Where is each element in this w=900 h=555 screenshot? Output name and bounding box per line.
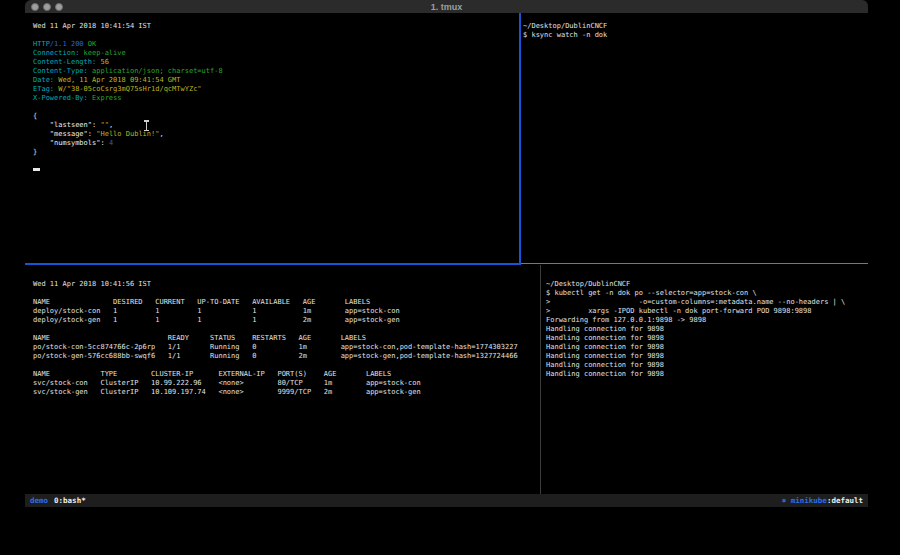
terminal-text-segment: Wed, 11 Apr 2018 09:41:54 GMT	[54, 76, 180, 84]
terminal-text-segment: application/json; charset=utf-8	[88, 67, 223, 75]
terminal-line	[33, 289, 518, 298]
tmux-panes-area: Wed 11 Apr 2018 10:41:54 IST HTTP/1.1 20…	[25, 13, 868, 494]
terminal-line: po/stock-gen-576cc688bb-swqf6 1/1 Runnin…	[33, 352, 518, 361]
terminal-text-segment: W/"38-05coCsrg3mQ75sHr1d/qcMTwYZc"	[54, 85, 202, 93]
terminal-text-segment: > xargs -IPOD kubectl -n dok port-forwar…	[546, 307, 812, 315]
terminal-text-segment: ,	[109, 121, 113, 129]
window-title: 1. tmux	[25, 1, 868, 13]
terminal-text-segment: /1.1 200	[50, 40, 88, 48]
terminal-text-segment: > -o=custom-columns=:metadata.name --no-…	[546, 298, 845, 306]
terminal-line: ~/Desktop/DublinCNCF	[546, 280, 845, 289]
terminal-text-segment: "message"	[33, 130, 88, 138]
terminal-text-segment: $ kubectl get -n dok po --selector=app=s…	[546, 289, 757, 297]
tmux-status-bar: demo 0:bash* ⎈ minikube:default	[25, 494, 868, 507]
pane-http-response[interactable]: Wed 11 Apr 2018 10:41:54 IST HTTP/1.1 20…	[33, 22, 223, 157]
terminal-window: 1. tmux Wed 11 Apr 2018 10:41:54 IST HTT…	[25, 0, 868, 507]
terminal-cursor	[33, 168, 40, 171]
terminal-line: NAME TYPE CLUSTER-IP EXTERNAL-IP PORT(S)…	[33, 370, 518, 379]
terminal-line: Wed 11 Apr 2018 10:41:56 IST	[33, 280, 518, 289]
pane-ksync-watch[interactable]: ~/Desktop/DublinCNCF$ ksync watch -n dok	[523, 22, 607, 40]
terminal-line: po/stock-con-5cc874766c-2p6rp 1/1 Runnin…	[33, 343, 518, 352]
terminal-line: NAME READY STATUS RESTARTS AGE LABELS	[33, 334, 518, 343]
terminal-line: Handling connection for 9898	[546, 334, 845, 343]
terminal-line: deploy/stock-con 1 1 1 1 1m app=stock-co…	[33, 307, 518, 316]
terminal-text-segment: ""	[100, 121, 108, 129]
terminal-text-segment: OK	[88, 40, 96, 48]
terminal-line: ~/Desktop/DublinCNCF	[523, 22, 607, 31]
terminal-text-segment: Wed 11 Apr 2018 10:41:54 IST	[33, 22, 151, 30]
tmux-status-right: ⎈ minikube:default	[782, 494, 863, 507]
terminal-line: Handling connection for 9898	[546, 370, 845, 379]
pane-divider-horizontal-left	[25, 263, 521, 265]
terminal-line: ETag: W/"38-05coCsrg3mQ75sHr1d/qcMTwYZc"	[33, 85, 223, 94]
terminal-text-segment: ,	[159, 130, 163, 138]
terminal-line: Date: Wed, 11 Apr 2018 09:41:54 GMT	[33, 76, 223, 85]
terminal-text-segment: Handling connection for 9898	[546, 334, 664, 342]
terminal-text-segment: Express	[88, 94, 122, 102]
terminal-line: Wed 11 Apr 2018 10:41:54 IST	[33, 22, 223, 31]
terminal-text-segment: ~/Desktop/DublinCNCF	[523, 22, 607, 30]
kube-context-name: minikube	[786, 496, 827, 505]
terminal-text-segment: deploy/stock-con 1 1 1 1 1m app=stock-co…	[33, 307, 400, 315]
terminal-text-segment: NAME TYPE CLUSTER-IP EXTERNAL-IP PORT(S)…	[33, 370, 391, 378]
terminal-text-segment: HTTP	[33, 40, 50, 48]
terminal-line	[33, 325, 518, 334]
terminal-text-segment: svc/stock-gen ClusterIP 10.109.197.74 <n…	[33, 388, 421, 396]
terminal-line: Handling connection for 9898	[546, 361, 845, 370]
terminal-text-segment: Handling connection for 9898	[546, 370, 664, 378]
pane-kubectl-get[interactable]: Wed 11 Apr 2018 10:41:56 IST NAME DESIRE…	[33, 280, 518, 397]
terminal-text-segment: {	[33, 112, 37, 120]
terminal-text-segment: Handling connection for 9898	[546, 352, 664, 360]
terminal-line: $ ksync watch -n dok	[523, 31, 607, 40]
terminal-line: > xargs -IPOD kubectl -n dok port-forwar…	[546, 307, 845, 316]
terminal-line: > -o=custom-columns=:metadata.name --no-…	[546, 298, 845, 307]
terminal-text-segment: po/stock-gen-576cc688bb-swqf6 1/1 Runnin…	[33, 352, 518, 360]
desktop: { "window": { "title": "1. tmux" }, "col…	[0, 0, 900, 555]
terminal-line: Forwarding from 127.0.0.1:9898 -> 9898	[546, 316, 845, 325]
terminal-line: NAME DESIRED CURRENT UP-TO-DATE AVAILABL…	[33, 298, 518, 307]
terminal-text-segment: :	[100, 139, 108, 147]
terminal-line: HTTP/1.1 200 OK	[33, 40, 223, 49]
terminal-text-segment: "Hello Dublin!"	[96, 130, 159, 138]
tmux-session-name: demo	[30, 494, 48, 507]
terminal-line: "message": "Hello Dublin!",	[33, 130, 223, 139]
terminal-line: Content-Type: application/json; charset=…	[33, 67, 223, 76]
terminal-line: deploy/stock-gen 1 1 1 1 2m app=stock-ge…	[33, 316, 518, 325]
terminal-line: Handling connection for 9898	[546, 352, 845, 361]
pane-divider-vertical-top	[519, 13, 521, 264]
terminal-line	[33, 103, 223, 112]
terminal-line: Content-Length: 56	[33, 58, 223, 67]
terminal-line: "numsymbols": 4	[33, 139, 223, 148]
kube-namespace: :default	[827, 496, 863, 505]
terminal-text-segment: Content-Type:	[33, 67, 88, 75]
terminal-text-segment: "numsymbols"	[33, 139, 100, 147]
terminal-line: svc/stock-gen ClusterIP 10.109.197.74 <n…	[33, 388, 518, 397]
terminal-line: }	[33, 148, 223, 157]
terminal-text-segment: :	[88, 130, 96, 138]
terminal-text-segment: Date:	[33, 76, 54, 84]
terminal-text-segment: keep-alive	[79, 49, 125, 57]
terminal-line: X-Powered-By: Express	[33, 94, 223, 103]
terminal-text-segment: NAME READY STATUS RESTARTS AGE LABELS	[33, 334, 366, 342]
terminal-line: $ kubectl get -n dok po --selector=app=s…	[546, 289, 845, 298]
terminal-text-segment: "lastseen"	[33, 121, 92, 129]
terminal-text-segment: 4	[109, 139, 113, 147]
pane-port-forward[interactable]: ~/Desktop/DublinCNCF$ kubectl get -n dok…	[546, 280, 845, 379]
terminal-line: Handling connection for 9898	[546, 325, 845, 334]
terminal-line: Handling connection for 9898	[546, 343, 845, 352]
terminal-text-segment: po/stock-con-5cc874766c-2p6rp 1/1 Runnin…	[33, 343, 518, 351]
window-titlebar[interactable]: 1. tmux	[25, 0, 868, 13]
terminal-text-segment: $ ksync watch -n dok	[523, 31, 607, 39]
pane-divider-horizontal-right	[521, 263, 868, 264]
tmux-window-item-bash[interactable]: 0:bash*	[54, 494, 86, 507]
terminal-line: {	[33, 112, 223, 121]
terminal-line	[33, 361, 518, 370]
terminal-text-segment: deploy/stock-gen 1 1 1 1 2m app=stock-ge…	[33, 316, 400, 324]
terminal-line: Connection: keep-alive	[33, 49, 223, 58]
mouse-ibeam-cursor	[143, 120, 150, 131]
terminal-text-segment: }	[33, 148, 37, 156]
terminal-text-segment: svc/stock-con ClusterIP 10.99.222.96 <no…	[33, 379, 421, 387]
terminal-text-segment: ETag:	[33, 85, 54, 93]
terminal-text-segment: Handling connection for 9898	[546, 361, 664, 369]
terminal-line: svc/stock-con ClusterIP 10.99.222.96 <no…	[33, 379, 518, 388]
